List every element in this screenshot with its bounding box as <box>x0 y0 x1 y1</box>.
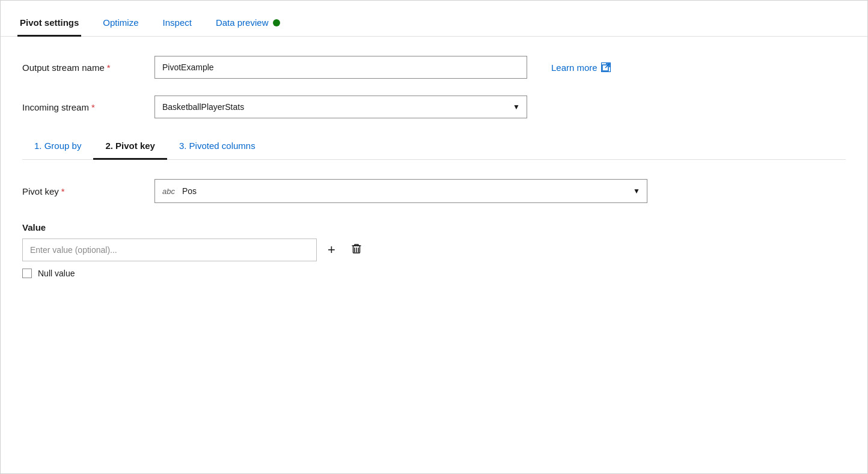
null-value-row: Null value <box>22 269 846 278</box>
pivot-key-abc-badge: abc <box>162 187 175 196</box>
incoming-stream-select-wrapper: BasketballPlayerStats ▼ <box>154 96 527 118</box>
sub-tab-pivot-key[interactable]: 2. Pivot key <box>93 136 167 160</box>
pivot-key-select-box[interactable]: abc Pos <box>154 179 647 203</box>
learn-more-label: Learn more <box>551 62 598 73</box>
tab-pivot-settings[interactable]: Pivot settings <box>17 17 81 37</box>
output-stream-row: Output stream name * Learn more <box>22 56 846 79</box>
incoming-stream-label-text: Incoming stream <box>22 102 89 112</box>
tab-optimize[interactable]: Optimize <box>100 17 141 37</box>
tab-inspect[interactable]: Inspect <box>160 17 194 37</box>
incoming-stream-select[interactable]: BasketballPlayerStats <box>154 96 527 118</box>
external-link-icon <box>601 62 611 72</box>
output-stream-required-star: * <box>107 62 111 73</box>
pivot-key-label-text: Pivot key <box>22 186 59 196</box>
tab-data-preview-label: Data preview <box>216 17 269 28</box>
add-value-button[interactable]: + <box>324 241 339 259</box>
null-value-label: Null value <box>38 269 75 278</box>
incoming-stream-label: Incoming stream * <box>22 102 154 112</box>
sub-tab-pivoted-columns[interactable]: 3. Pivoted columns <box>167 136 267 160</box>
svg-rect-4 <box>358 248 359 252</box>
value-section-label: Value <box>22 222 846 232</box>
svg-rect-3 <box>356 248 357 252</box>
output-stream-input[interactable] <box>154 56 527 79</box>
output-stream-label-text: Output stream name <box>22 62 105 73</box>
pivot-key-select-wrapper: abc Pos ▼ <box>154 179 647 203</box>
sub-tab-group-by-label: 1. Group by <box>34 141 81 151</box>
delete-value-button[interactable] <box>346 240 367 261</box>
value-section: Value + <box>22 222 846 278</box>
tab-pivot-settings-label: Pivot settings <box>20 17 79 28</box>
value-row: + <box>22 239 846 261</box>
trash-icon <box>350 242 363 258</box>
sub-tab-pivot-key-label: 2. Pivot key <box>105 141 155 151</box>
sub-tab-bar: 1. Group by 2. Pivot key 3. Pivoted colu… <box>22 135 846 160</box>
null-value-checkbox[interactable] <box>22 269 32 278</box>
value-input[interactable] <box>22 239 317 261</box>
sub-tab-group-by[interactable]: 1. Group by <box>22 136 93 160</box>
data-preview-status-dot <box>273 19 280 26</box>
incoming-stream-required-star: * <box>91 102 95 112</box>
incoming-stream-row: Incoming stream * BasketballPlayerStats … <box>22 96 846 118</box>
pivot-key-required-star: * <box>61 186 65 196</box>
output-stream-label: Output stream name * <box>22 62 154 73</box>
content-area: Output stream name * Learn more Incoming… <box>1 37 867 297</box>
tab-optimize-label: Optimize <box>103 17 138 28</box>
tab-data-preview[interactable]: Data preview <box>213 17 283 37</box>
add-icon: + <box>328 243 335 257</box>
learn-more-link[interactable]: Learn more <box>551 62 611 73</box>
pivot-key-selected-value: Pos <box>182 186 197 196</box>
pivot-key-row: Pivot key * abc Pos ▼ <box>22 179 846 203</box>
tab-inspect-label: Inspect <box>163 17 192 28</box>
top-tab-bar: Pivot settings Optimize Inspect Data pre… <box>1 1 867 37</box>
svg-rect-2 <box>354 248 355 252</box>
pivot-key-label: Pivot key * <box>22 186 154 196</box>
svg-line-1 <box>605 64 610 68</box>
sub-tab-pivoted-columns-label: 3. Pivoted columns <box>179 141 255 151</box>
